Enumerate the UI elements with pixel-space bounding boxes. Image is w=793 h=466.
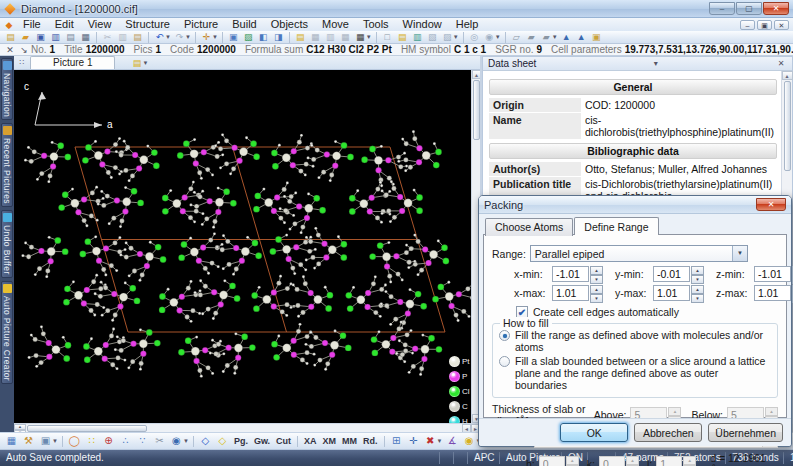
spin-up-icon[interactable]: ▲ [691,285,704,294]
save-all-icon[interactable]: ▥ [48,31,63,44]
tracking-icon[interactable]: ▤ [293,31,308,44]
apply-button[interactable]: Übernehmen [708,423,783,442]
range-combobox[interactable]: Parallel epiped ▼ [530,245,748,262]
spin-up-icon[interactable]: ▲ [590,266,603,275]
cell-icon[interactable]: ▱ [509,31,524,44]
spinner[interactable]: ▲▼ [691,266,704,282]
copy-icon[interactable]: ▥ [115,31,130,44]
chevron-down-icon[interactable]: ▼ [453,34,459,40]
l-input[interactable] [656,456,682,466]
cancel-button[interactable]: Abbrechen [634,423,702,442]
view-report-icon[interactable]: ◨ [271,31,286,44]
new-picture-tab-button[interactable]: ▤ ▼ [129,57,149,69]
panel-close-icon[interactable]: ✕ [775,59,787,68]
sidebar-tab-undo-buffer[interactable]: Undo Buffer [1,210,13,278]
paste-icon[interactable]: ▤ [130,31,145,44]
add-atom-icon[interactable]: ⊕ [100,433,117,449]
tab-list-icon[interactable]: ∷ [14,57,30,69]
broken-bonds-icon[interactable]: ✂ [151,433,168,449]
minimize-button[interactable]: – [709,2,735,15]
fill-range-radio[interactable]: Fill the range as defined above with mol… [499,329,771,353]
chevron-down-icon[interactable]: ▼ [366,34,372,40]
complete-fragment-icon[interactable]: ∵ [134,433,151,449]
fill-cell-icon[interactable]: ◯ [66,433,83,449]
title-bar[interactable]: Diamond - [1200000.cif] –▢✕ [0,0,793,18]
h-spinner[interactable]: ▲▼ [566,456,579,466]
ring-yellow-icon[interactable]: ◇ [214,433,231,449]
menu-file[interactable]: File [16,18,48,31]
fill-slab-radio[interactable]: Fill a slab bounded between or a slice a… [499,355,771,391]
x-min-input[interactable] [552,266,589,282]
h-input[interactable] [539,456,565,466]
canvas-horizontal-scrollbar[interactable]: ▲▼ ◄ ► [14,423,480,432]
spin-down-icon[interactable]: ▼ [691,294,704,303]
chevron-down-icon[interactable]: ▼ [185,34,191,40]
scroll-thumb[interactable] [27,425,147,432]
structure-canvas[interactable]: ac PtPClCH [14,70,471,423]
chevron-down-icon[interactable]: ▼ [212,34,218,40]
chevron-down-icon[interactable]: ▼ [52,438,58,444]
close-button[interactable]: ✕ [763,2,789,15]
menu-help[interactable]: Help [449,18,486,31]
sidebar-tab-auto-picture-creator[interactable]: Auto Picture Creator [1,281,13,384]
mdi-close-button[interactable]: ✕ [774,20,789,30]
sidebar-tab-navigation[interactable]: Navigation [1,58,13,120]
zoom-icon[interactable]: ◎ [467,31,482,44]
menu-structure[interactable]: Structure [118,18,177,31]
menu-picture[interactable]: Picture [177,18,225,31]
torsions-icon[interactable]: ▦ [338,31,353,44]
rd-text-button[interactable]: Rd. [360,436,381,446]
k-spinner[interactable]: ▲▼ [626,456,639,466]
props-icon[interactable]: ▣ [589,31,604,44]
spin-down-icon[interactable]: ▼ [590,275,603,284]
new-picture-icon[interactable]: ▤ [395,31,410,44]
packing-range-icon[interactable]: ∷ [83,433,100,449]
scroll-up-icon[interactable]: ▲ [782,71,793,80]
ring-blue-icon[interactable]: ◇ [197,433,214,449]
blank-picture-icon[interactable]: □ [380,31,395,44]
view-structure-icon[interactable]: ▣ [226,31,241,44]
goto-icon[interactable]: ↘ [17,45,31,55]
dialog-tab-define-range[interactable]: Define Range [574,217,658,235]
chevron-down-icon[interactable]: ▼ [183,438,189,444]
menu-window[interactable]: Window [396,18,449,31]
spin-down-icon[interactable]: ▼ [590,294,603,303]
y-max-input[interactable] [653,285,690,301]
view-data-icon[interactable]: ◧ [256,31,271,44]
chevron-down-icon[interactable]: ▼ [165,34,171,40]
dialog-close-button[interactable]: ✕ [756,198,786,211]
mdi-restore-button[interactable]: ▣ [757,20,772,30]
spin-down-icon[interactable]: ▼ [691,275,704,284]
grow-text-button[interactable]: Gw. [251,436,273,446]
menu-objects[interactable]: Objects [264,18,315,31]
mdi-minimize-button[interactable]: – [740,20,755,30]
chevron-down-icon[interactable]: ▼ [552,34,558,40]
l-spinner[interactable]: ▲▼ [683,456,696,466]
x-max-input[interactable] [552,285,589,301]
plane-icon[interactable]: ▰ [524,31,539,44]
print-icon[interactable]: ▦ [78,31,93,44]
menu-move[interactable]: Move [315,18,356,31]
create-cell-edges-checkbox[interactable]: ✔ Create cell edges automatically [516,306,778,318]
cut-icon[interactable]: ✂ [100,31,115,44]
angles-icon[interactable]: ▥ [323,31,338,44]
histogram-icon[interactable]: ▲ [574,31,589,44]
measure-icon[interactable]: ∡ [444,433,461,449]
cell-edges-icon[interactable]: ⊞ [388,433,405,449]
view-picture-icon[interactable]: ▨ [241,31,256,44]
spin-up-icon[interactable]: ▲ [691,266,704,275]
k-input[interactable] [599,456,625,466]
panel-menu-icon[interactable]: ▾ [650,59,662,68]
sidebar-tab-recent-pictures[interactable]: Recent Pictures [1,123,13,207]
y-min-input[interactable] [653,266,690,282]
menu-build[interactable]: Build [225,18,263,31]
dialog-tab-choose-atoms[interactable]: Choose Atoms [485,218,573,236]
spinner[interactable]: ▲▼ [590,266,603,282]
grow-molecule-icon[interactable]: ∴ [117,433,134,449]
chevron-down-icon[interactable]: ▼ [437,438,443,444]
move-atoms-icon[interactable]: ✛ [405,433,422,449]
mm-text-button[interactable]: MM [339,436,360,446]
tab-picture-1[interactable]: Picture 1 [30,56,115,69]
menu-tools[interactable]: Tools [356,18,396,31]
z-max-input[interactable] [754,285,791,301]
